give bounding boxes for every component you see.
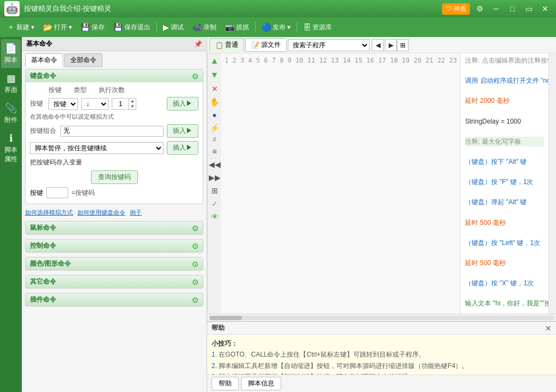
action-collapse-button[interactable]: ◀◀ — [209, 158, 221, 170]
action-eye-button[interactable]: 👁 — [209, 211, 221, 223]
kbd-header-row: 按键 类型 执行次数 — [30, 85, 198, 95]
stop-row: 脚本暂停，按任意键继续 插入▶ — [30, 141, 198, 155]
code-area-container: ▲ ▼ ✕ ✋ ● ⚡ // ≡ ◀◀ ▶▶ ⊞ ✓ 👁 1 2 3 4 5 6… — [207, 53, 556, 321]
code-content[interactable]: 注释: 点击编辑界面的注释按钮，即可看到比较详细的脚本说明 调用 启动程序或打开… — [461, 53, 548, 314]
save-exit-icon: 💾 — [113, 23, 123, 32]
script-icon: 📄 — [5, 42, 17, 54]
tab-basic-commands[interactable]: 基本命令 — [25, 53, 63, 67]
spin-up[interactable]: ▲ — [129, 99, 136, 104]
h-scrollbar-thumb[interactable] — [209, 316, 242, 320]
color-shape-expand-icon: ⊙ — [192, 260, 198, 268]
color-shape-section-header[interactable]: 颜色/图形命令 ⊙ — [26, 258, 203, 270]
link-use-keyboard[interactable]: 如何使用键盘命令 — [77, 209, 125, 217]
title-controls: 🛡 神盾 ⚙ ─ □ ▭ ✕ — [442, 2, 552, 15]
resources-button[interactable]: 🗄 资源库 — [299, 21, 336, 34]
keyboard-section-body: 按键 类型 执行次数 按键 按键 ↓ ▲ — [26, 82, 203, 204]
action-comment-button[interactable]: // — [209, 135, 221, 144]
prev-nav-button[interactable]: ◀ — [372, 39, 384, 51]
plugin-section-header[interactable]: 插件命令 ⊙ — [26, 293, 203, 306]
line-numbers: 1 2 3 4 5 6 7 8 9 10 11 12 13 14 15 16 1… — [221, 53, 461, 314]
stop-insert-button[interactable]: 插入▶ — [167, 141, 198, 155]
panel-header: 基本命令 📌 — [22, 37, 207, 51]
open-button[interactable]: 📂 打开 ▾ — [39, 21, 76, 34]
toolbar-separator-3 — [297, 22, 297, 33]
stop-select[interactable]: 脚本暂停，按任意键继续 — [30, 142, 164, 154]
action-check-button[interactable]: ✓ — [209, 198, 221, 210]
control-section-header[interactable]: 控制命令 ⊙ — [26, 240, 203, 252]
minimize-button[interactable]: ─ — [489, 2, 503, 15]
publish-button[interactable]: 🔵 发布 ▾ — [258, 21, 294, 34]
restore-button[interactable]: □ — [506, 2, 519, 15]
help-close-button[interactable]: ✕ — [545, 324, 552, 333]
action-bolt-button[interactable]: ⚡ — [209, 122, 221, 134]
count-spinner: ▲ ▼ — [129, 99, 136, 109]
action-drag-button[interactable]: ✋ — [209, 96, 221, 108]
count-input-wrap: ▲ ▼ — [112, 98, 136, 110]
editor-toolbar: 📋 普通 📝 源文件 搜索子程序 ◀ ▶ ⊞ — [207, 37, 556, 53]
combo-insert-button[interactable]: 插入▶ — [167, 124, 198, 138]
tab-normal[interactable]: 📋 普通 — [209, 38, 244, 52]
control-section: 控制命令 ⊙ — [25, 239, 203, 253]
help-panel: 帮助 ✕ 小技巧： 1. 在GOTO、CALL命令上按住【Ctrl+鼠标左键】可… — [207, 321, 556, 392]
mode-text: 在其他命令中可以设定模拟方式 — [30, 113, 198, 121]
other-section-header[interactable]: 其它命令 ⊙ — [26, 275, 203, 288]
help-tip-1: 1. 在GOTO、CALL命令上按住【Ctrl+鼠标左键】可跳转到目标或子程序。 — [211, 349, 552, 360]
type-select[interactable]: ↓ — [81, 98, 108, 110]
save-button[interactable]: 💾 保存 — [77, 21, 108, 34]
count-input[interactable] — [112, 99, 129, 109]
plugin-section: 插件命令 ⊙ — [25, 293, 203, 307]
help-tip-title: 小技巧： — [211, 340, 238, 347]
mouse-section-header[interactable]: 鼠标命令 ⊙ — [26, 222, 203, 234]
key-code-input[interactable] — [46, 187, 68, 198]
help-tip-2: 2. 脚本编辑工具栏新增【自动缩进】按钮，可对脚本源码进行缩进排版（功能热键F4… — [211, 360, 552, 371]
query-button[interactable]: 查询按键码 — [91, 170, 138, 184]
vertical-scrollbar[interactable] — [548, 53, 556, 314]
tab-source[interactable]: 📝 源文件 — [245, 38, 287, 52]
control-expand-icon: ⊙ — [192, 242, 198, 250]
window-title: 按键精灵自我介绍-按键精灵 — [24, 4, 442, 14]
settings-button[interactable]: ⚙ — [473, 2, 486, 15]
horizontal-scrollbar[interactable] — [207, 314, 556, 321]
combo-row: 按键组合 插入▶ — [30, 124, 198, 138]
link-example[interactable]: 例子 — [130, 209, 142, 217]
key-code-row: 按键 =按键码 — [30, 187, 198, 198]
shield-icon: 🛡 — [445, 5, 452, 13]
next-nav-button[interactable]: ▶ — [385, 39, 397, 51]
kbd-key-row: 按键 按键 ↓ ▲ ▼ 插入▶ — [30, 97, 198, 111]
open-icon: 📂 — [43, 23, 52, 32]
logo-icon: 🤖 — [6, 3, 18, 15]
key-select[interactable]: 按键 — [49, 98, 78, 110]
sidebar-item-props[interactable]: ℹ 脚本属性 — [1, 129, 21, 167]
action-up-button[interactable]: ▲ — [209, 54, 221, 68]
action-delete-button[interactable]: ✕ — [209, 83, 221, 95]
keyboard-section-header[interactable]: 键盘命令 ⊙ — [26, 70, 203, 82]
close-button[interactable]: ✕ — [539, 2, 552, 15]
action-expand-button[interactable]: ▶▶ — [209, 171, 221, 183]
attachment-icon: 📎 — [5, 102, 17, 114]
save-exit-button[interactable]: 💾 保存退出 — [110, 21, 154, 34]
grid-view-button[interactable]: ⊞ — [397, 39, 409, 51]
query-row: 查询按键码 — [30, 170, 198, 184]
new-button[interactable]: ＋ 新建 ▾ — [3, 21, 38, 34]
subroutine-select[interactable]: 搜索子程序 — [288, 39, 370, 51]
help-button[interactable]: 帮助 — [211, 377, 239, 390]
sidebar-item-attachment[interactable]: 📎 附件 — [1, 99, 21, 128]
combo-input[interactable] — [61, 126, 164, 137]
capture-button[interactable]: 📷 抓抓 — [221, 21, 253, 34]
maximize-button[interactable]: ▭ — [522, 2, 535, 15]
record-button[interactable]: 📹 录制 — [189, 21, 220, 34]
spin-down[interactable]: ▼ — [129, 104, 136, 109]
sidebar-item-interface[interactable]: ▦ 界面 — [1, 69, 21, 98]
action-grid2-button[interactable]: ⊞ — [209, 185, 221, 197]
pin-button[interactable]: 📌 — [194, 40, 202, 48]
right-actions-panel: ▲ ▼ ✕ ✋ ● ⚡ // ≡ ◀◀ ▶▶ ⊞ ✓ 👁 — [207, 53, 221, 314]
sidebar-item-script[interactable]: 📄 脚本 — [1, 39, 21, 68]
link-select-method[interactable]: 如何选择模拟方式 — [25, 209, 73, 217]
tab-all-commands[interactable]: 全部命令 — [64, 53, 102, 67]
action-down-button[interactable]: ▼ — [209, 69, 221, 82]
action-circle-button[interactable]: ● — [209, 109, 221, 121]
action-menu-button[interactable]: ≡ — [209, 145, 221, 157]
keyboard-insert-button[interactable]: 插入▶ — [167, 97, 198, 111]
script-info-button[interactable]: 脚本信息 — [241, 377, 281, 390]
debug-button[interactable]: ▶ 调试 — [159, 21, 188, 34]
